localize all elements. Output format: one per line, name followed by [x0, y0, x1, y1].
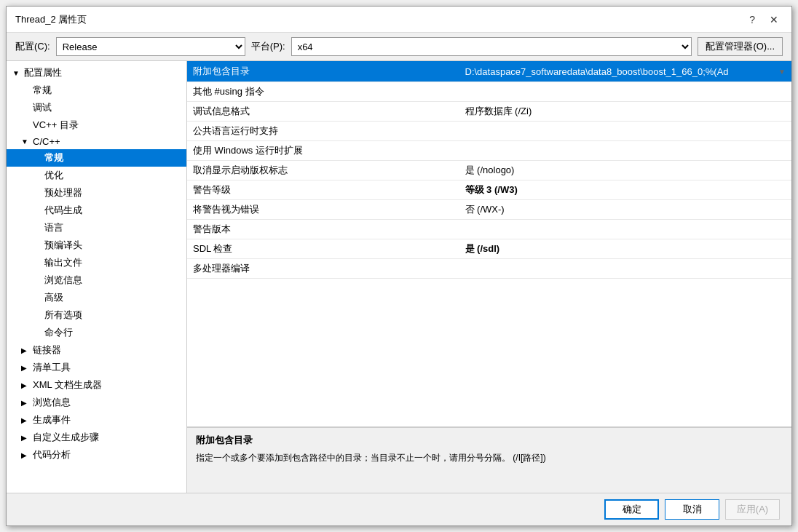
sidebar-label-all-options: 所有选项	[44, 309, 82, 322]
sidebar-label-clean-tool: 清单工具	[33, 361, 71, 374]
expand-icon-clean-tool: ▶	[21, 364, 30, 372]
table-row[interactable]: 使用 Windows 运行时扩展	[187, 141, 791, 161]
prop-value-5: 等级 3 (/W3)	[459, 180, 792, 200]
sidebar-item-clean-tool[interactable]: ▶清单工具	[7, 359, 186, 376]
sidebar-item-browse-info[interactable]: 浏览信息	[7, 271, 186, 289]
prop-name-2: 公共语言运行时支持	[187, 122, 459, 141]
sidebar-item-preprocessor[interactable]: 预处理器	[7, 184, 186, 202]
header-value-text: D:\dataspace7_softwaredata\data8_boost\b…	[465, 66, 729, 77]
platform-select[interactable]: x64	[291, 37, 692, 56]
expand-icon-build-events: ▶	[21, 416, 30, 424]
sidebar-label-debug: 调试	[33, 101, 52, 114]
sidebar-item-xml-gen[interactable]: ▶XML 文档生成器	[7, 376, 186, 394]
prop-value-1: 程序数据库 (/Zi)	[459, 102, 792, 122]
desc-text: 指定一个或多个要添加到包含路径中的目录；当目录不止一个时，请用分号分隔。 (/I…	[196, 451, 783, 465]
expand-icon-cpp: ▼	[21, 138, 30, 146]
sidebar-label-browse-info: 浏览信息	[44, 274, 82, 287]
sidebar-label-vc-dirs: VC++ 目录	[33, 119, 79, 132]
expand-icon-xml-gen: ▶	[21, 381, 30, 389]
title-bar-controls: ? ✕	[745, 12, 783, 27]
sidebar-item-general[interactable]: 常规	[7, 82, 186, 99]
sidebar-item-language[interactable]: 语言	[7, 219, 186, 237]
desc-title: 附加包含目录	[196, 434, 783, 447]
sidebar-label-general: 常规	[33, 84, 52, 97]
prop-name-4: 取消显示启动版权标志	[187, 161, 459, 180]
sidebar-label-code-gen: 代码生成	[44, 204, 82, 217]
sidebar-item-build-events[interactable]: ▶生成事件	[7, 411, 186, 429]
prop-name-3: 使用 Windows 运行时扩展	[187, 141, 459, 161]
prop-value-8: 是 (/sdl)	[459, 239, 792, 259]
sidebar-label-browse-info2: 浏览信息	[33, 396, 71, 409]
sidebar-item-vc-dirs[interactable]: VC++ 目录	[7, 116, 186, 134]
sidebar-item-precomp-headers[interactable]: 预编译头	[7, 237, 186, 254]
prop-name-8: SDL 检查	[187, 239, 459, 259]
properties-table: 附加包含目录 D:\dataspace7_softwaredata\data8_…	[187, 61, 791, 427]
header-name: 附加包含目录	[187, 61, 459, 82]
dialog-title: Thread_2 属性页	[15, 13, 87, 26]
table-row[interactable]: 调试信息格式 程序数据库 (/Zi)	[187, 102, 791, 122]
title-bar: Thread_2 属性页 ? ✕	[7, 7, 791, 33]
sidebar-label-preprocessor: 预处理器	[44, 186, 82, 199]
sidebar-item-code-gen[interactable]: 代码生成	[7, 202, 186, 219]
prop-value-4: 是 (/nologo)	[459, 161, 792, 180]
prop-name-1: 调试信息格式	[187, 102, 459, 122]
sidebar-label-precomp-headers: 预编译头	[44, 239, 82, 252]
sidebar-item-cpp[interactable]: ▼C/C++	[7, 134, 186, 149]
table-row[interactable]: 其他 #using 指令	[187, 82, 791, 102]
prop-name-7: 警告版本	[187, 220, 459, 239]
close-button[interactable]: ✕	[765, 12, 783, 27]
cancel-button[interactable]: 取消	[665, 499, 719, 520]
expand-icon-code-analysis: ▶	[21, 451, 30, 459]
sidebar-label-advanced: 高级	[44, 291, 63, 304]
table-row[interactable]: SDL 检查 是 (/sdl)	[187, 239, 791, 259]
header-dropdown-arrow[interactable]: ▼	[778, 68, 786, 76]
expand-icon-browse-info2: ▶	[21, 399, 30, 407]
apply-button[interactable]: 应用(A)	[725, 499, 780, 520]
sidebar-item-linker[interactable]: ▶链接器	[7, 341, 186, 359]
right-panel: 附加包含目录 D:\dataspace7_softwaredata\data8_…	[187, 61, 791, 493]
prop-name-5: 警告等级	[187, 180, 459, 200]
sidebar-item-advanced[interactable]: 高级	[7, 289, 186, 306]
expand-icon-custom-build: ▶	[21, 434, 30, 442]
footer: 确定 取消 应用(A)	[7, 493, 791, 525]
sidebar-label-code-analysis: 代码分析	[33, 448, 71, 461]
sidebar-item-output-files[interactable]: 输出文件	[7, 254, 186, 271]
sidebar: ▼配置属性常规调试VC++ 目录▼C/C++常规优化预处理器代码生成语言预编译头…	[7, 61, 187, 493]
sidebar-item-debug[interactable]: 调试	[7, 99, 186, 116]
sidebar-label-language: 语言	[44, 221, 63, 234]
sidebar-item-all-options[interactable]: 所有选项	[7, 306, 186, 324]
prop-name-6: 将警告视为错误	[187, 200, 459, 220]
sidebar-label-linker: 链接器	[33, 344, 61, 357]
config-manager-button[interactable]: 配置管理器(O)...	[698, 37, 783, 56]
main-content: ▼配置属性常规调试VC++ 目录▼C/C++常规优化预处理器代码生成语言预编译头…	[7, 61, 791, 493]
sidebar-item-cmdline[interactable]: 命令行	[7, 324, 186, 341]
sidebar-label-cpp-general: 常规	[44, 151, 63, 164]
sidebar-item-custom-build[interactable]: ▶自定义生成步骤	[7, 429, 186, 446]
table-row[interactable]: 公共语言运行时支持	[187, 122, 791, 141]
prop-value-9	[459, 259, 792, 279]
sidebar-item-config-props[interactable]: ▼配置属性	[7, 64, 186, 82]
table-row[interactable]: 警告等级 等级 3 (/W3)	[187, 180, 791, 200]
table-header: 附加包含目录 D:\dataspace7_softwaredata\data8_…	[187, 61, 791, 82]
sidebar-item-optimize[interactable]: 优化	[7, 167, 186, 184]
table-row[interactable]: 警告版本	[187, 220, 791, 239]
prop-value-2	[459, 122, 792, 141]
config-label: 配置(C):	[15, 40, 50, 53]
sidebar-item-code-analysis[interactable]: ▶代码分析	[7, 446, 186, 464]
sidebar-label-output-files: 输出文件	[44, 256, 82, 269]
help-button[interactable]: ?	[745, 12, 759, 27]
sidebar-label-config-props: 配置属性	[24, 66, 62, 79]
expand-icon-config-props: ▼	[12, 69, 21, 77]
table-row[interactable]: 取消显示启动版权标志 是 (/nologo)	[187, 161, 791, 180]
prop-value-0	[459, 82, 792, 102]
prop-name-9: 多处理器编译	[187, 259, 459, 279]
table-row[interactable]: 多处理器编译	[187, 259, 791, 279]
ok-button[interactable]: 确定	[604, 499, 659, 520]
table-row[interactable]: 将警告视为错误 否 (/WX-)	[187, 200, 791, 220]
header-value: D:\dataspace7_softwaredata\data8_boost\b…	[459, 61, 792, 82]
platform-label: 平台(P):	[251, 40, 285, 53]
config-select[interactable]: Release	[56, 37, 245, 56]
sidebar-item-browse-info2[interactable]: ▶浏览信息	[7, 394, 186, 411]
sidebar-item-cpp-general[interactable]: 常规	[7, 149, 186, 167]
sidebar-label-cmdline: 命令行	[44, 326, 73, 339]
